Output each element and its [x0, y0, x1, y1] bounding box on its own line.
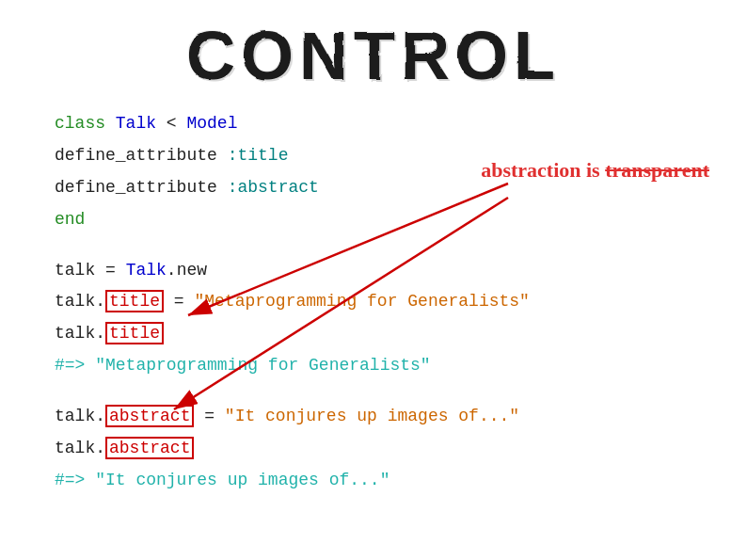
title-highlight-1: title [105, 290, 164, 312]
class-name: Talk [116, 114, 156, 133]
code-line-8: #=> "Metaprogramming for Generalists" [55, 353, 747, 379]
abstract-highlight-2: abstract [105, 437, 194, 459]
code-line-9: talk.abstract = "It conjures up images o… [55, 404, 747, 430]
title-area: CONTROL [0, 0, 747, 104]
return-value-1: #=> "Metaprogramming for Generalists" [55, 356, 431, 375]
code-text: talk. [55, 324, 105, 343]
code-line-7: talk.title [55, 321, 747, 347]
code-text: talk = [55, 261, 126, 280]
attr-title: title [109, 292, 160, 311]
attr-abstract-2: abstract [109, 439, 190, 457]
code-line-5: talk = Talk.new [55, 258, 747, 284]
annotation: abstraction is transparent [481, 158, 709, 183]
code-text: = [194, 407, 224, 425]
superclass: Model [186, 114, 237, 133]
return-value-2: #=> "It conjures up images of..." [55, 471, 389, 489]
keyword-end: end [55, 210, 85, 229]
code-text: define_attribute [55, 178, 228, 197]
code-line-4: end [55, 207, 747, 233]
code-line-11: #=> "It conjures up images of..." [55, 468, 747, 494]
main-title: CONTROL [186, 18, 561, 93]
code-text: < [156, 114, 186, 133]
abstract-highlight-1: abstract [105, 405, 194, 427]
code-text: talk. [55, 407, 105, 425]
attr-abstract: abstract [109, 407, 190, 425]
code-line-6: talk.title = "Metaprogramming for Genera… [55, 289, 747, 315]
attr-title-2: title [109, 324, 160, 343]
code-text: define_attribute [55, 146, 228, 165]
code-text: talk. [55, 439, 105, 457]
string-value-2: "It conjures up images of..." [225, 407, 519, 425]
annotation-text: abstraction is [481, 158, 605, 182]
symbol-title: :title [228, 146, 289, 165]
string-value-1: "Metaprogramming for Generalists" [194, 292, 529, 311]
keyword-class: class [55, 114, 116, 133]
class-ref: Talk [126, 261, 167, 280]
code-line-10: talk.abstract [55, 436, 747, 462]
code-line-1: class Talk < Model [55, 111, 747, 137]
code-text: talk. [55, 292, 105, 311]
annotation-strikethrough: transparent [605, 158, 709, 182]
title-highlight-2: title [105, 322, 164, 344]
code-text: = [164, 292, 194, 311]
code-text: .new [167, 261, 207, 280]
symbol-abstract: :abstract [228, 178, 319, 197]
